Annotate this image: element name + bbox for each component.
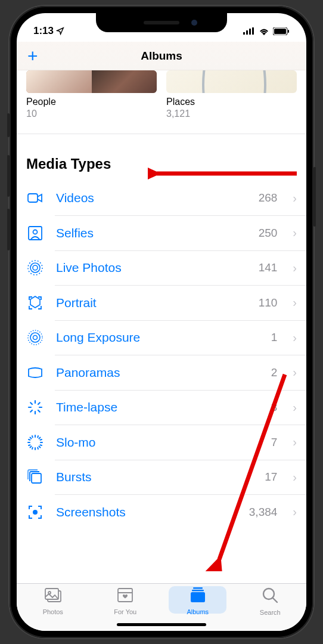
svg-rect-1 bbox=[246, 30, 248, 35]
add-button[interactable]: + bbox=[27, 46, 38, 66]
status-right bbox=[243, 27, 290, 35]
tab-foryou[interactable]: For You bbox=[89, 584, 162, 619]
media-label: Live Photos bbox=[56, 261, 247, 275]
media-count: 3 bbox=[271, 401, 278, 414]
svg-line-37 bbox=[41, 445, 42, 445]
media-label: Slo-mo bbox=[56, 435, 259, 450]
media-row-livephoto[interactable]: Live Photos141› bbox=[17, 250, 306, 285]
album-places[interactable]: Places 3,121 bbox=[166, 70, 297, 119]
photos-icon bbox=[44, 587, 62, 607]
svg-rect-50 bbox=[192, 590, 204, 592]
album-count: 3,121 bbox=[166, 109, 297, 119]
slomo-icon bbox=[26, 434, 44, 451]
svg-point-14 bbox=[30, 333, 40, 342]
phone-frame: 1:13 + Albums People 10 bbox=[10, 6, 313, 638]
svg-rect-49 bbox=[193, 587, 203, 589]
foryou-icon bbox=[117, 587, 133, 607]
chevron-right-icon: › bbox=[293, 261, 297, 275]
svg-rect-8 bbox=[29, 227, 42, 240]
chevron-right-icon: › bbox=[293, 505, 297, 519]
albums-icon bbox=[189, 587, 207, 607]
media-count: 3,384 bbox=[249, 506, 278, 519]
media-label: Time-lapse bbox=[56, 400, 259, 414]
svg-line-36 bbox=[41, 439, 42, 440]
chevron-right-icon: › bbox=[293, 191, 297, 205]
svg-point-41 bbox=[33, 510, 38, 515]
album-label: People bbox=[26, 97, 157, 107]
home-indicator[interactable] bbox=[117, 623, 206, 626]
media-label: Panoramas bbox=[56, 366, 259, 380]
media-label: Videos bbox=[56, 191, 247, 205]
svg-line-53 bbox=[273, 598, 277, 602]
svg-line-28 bbox=[30, 437, 32, 438]
svg-line-31 bbox=[30, 446, 32, 447]
tab-search[interactable]: Search bbox=[234, 584, 307, 619]
media-row-video[interactable]: Videos268› bbox=[17, 181, 306, 215]
svg-rect-40 bbox=[32, 473, 41, 483]
svg-rect-7 bbox=[28, 194, 38, 202]
media-row-screenshot[interactable]: Screenshots3,384› bbox=[17, 495, 306, 530]
media-row-selfie[interactable]: Selfies250› bbox=[17, 216, 306, 250]
media-types-list: Videos268›Selfies250›Live Photos141›Port… bbox=[17, 181, 306, 530]
video-icon bbox=[26, 189, 44, 207]
svg-rect-0 bbox=[243, 32, 245, 35]
media-label: Screenshots bbox=[56, 505, 237, 519]
tab-label: For You bbox=[114, 608, 136, 615]
media-count: 250 bbox=[259, 227, 278, 240]
wifi-icon bbox=[259, 27, 269, 35]
location-arrow-icon bbox=[56, 27, 64, 35]
nav-header: + Albums bbox=[17, 42, 306, 70]
tab-label: Albums bbox=[187, 608, 209, 615]
svg-line-35 bbox=[29, 445, 30, 445]
album-thumbnail bbox=[166, 70, 297, 93]
media-row-slomo[interactable]: Slo-mo7› bbox=[17, 425, 306, 460]
svg-line-21 bbox=[38, 410, 40, 412]
album-thumbnail bbox=[26, 70, 157, 93]
livephoto-icon bbox=[26, 259, 44, 277]
svg-line-20 bbox=[30, 402, 32, 404]
svg-rect-47 bbox=[118, 589, 132, 602]
media-row-burst[interactable]: Bursts17› bbox=[17, 460, 306, 494]
album-thumbs-row: People 10 Places 3,121 bbox=[17, 70, 306, 119]
media-row-portrait[interactable]: Portrait110› bbox=[17, 286, 306, 320]
screen: 1:13 + Albums People 10 bbox=[17, 13, 306, 631]
svg-line-22 bbox=[38, 402, 40, 404]
portrait-icon bbox=[26, 294, 44, 312]
media-count: 1 bbox=[271, 331, 278, 344]
tab-label: Photos bbox=[43, 608, 63, 615]
album-label: Places bbox=[166, 97, 297, 107]
media-row-panorama[interactable]: Panoramas2› bbox=[17, 355, 306, 390]
media-count: 268 bbox=[259, 191, 278, 205]
selfie-icon bbox=[26, 224, 44, 242]
svg-line-38 bbox=[32, 447, 33, 449]
media-label: Long Exposure bbox=[56, 330, 259, 345]
media-row-timelapse[interactable]: Time-lapse3› bbox=[17, 390, 306, 425]
svg-line-33 bbox=[38, 436, 38, 438]
chevron-right-icon: › bbox=[293, 470, 297, 484]
chevron-right-icon: › bbox=[293, 435, 297, 449]
svg-line-32 bbox=[32, 436, 33, 438]
tab-photos[interactable]: Photos bbox=[17, 584, 89, 619]
chevron-right-icon: › bbox=[293, 331, 297, 345]
svg-rect-2 bbox=[249, 29, 251, 35]
page-title: Albums bbox=[141, 49, 182, 63]
svg-line-34 bbox=[29, 439, 30, 440]
content[interactable]: People 10 Places 3,121 Media Types Video… bbox=[17, 70, 306, 583]
tab-albums[interactable]: Albums bbox=[162, 584, 234, 619]
chevron-right-icon: › bbox=[293, 296, 297, 309]
media-label: Selfies bbox=[56, 226, 247, 240]
media-count: 7 bbox=[271, 436, 278, 449]
notch bbox=[96, 13, 227, 32]
panorama-icon bbox=[26, 364, 44, 382]
media-count: 2 bbox=[271, 366, 278, 379]
svg-line-30 bbox=[39, 437, 40, 438]
album-people[interactable]: People 10 bbox=[26, 70, 157, 119]
media-row-longexposure[interactable]: Long Exposure1› bbox=[17, 320, 306, 355]
search-icon bbox=[262, 587, 278, 608]
svg-point-10 bbox=[33, 265, 38, 270]
timelapse-icon bbox=[26, 398, 44, 416]
chevron-right-icon: › bbox=[293, 226, 297, 240]
chevron-right-icon: › bbox=[293, 366, 297, 379]
album-count: 10 bbox=[26, 109, 157, 119]
screenshot-icon bbox=[26, 503, 44, 521]
